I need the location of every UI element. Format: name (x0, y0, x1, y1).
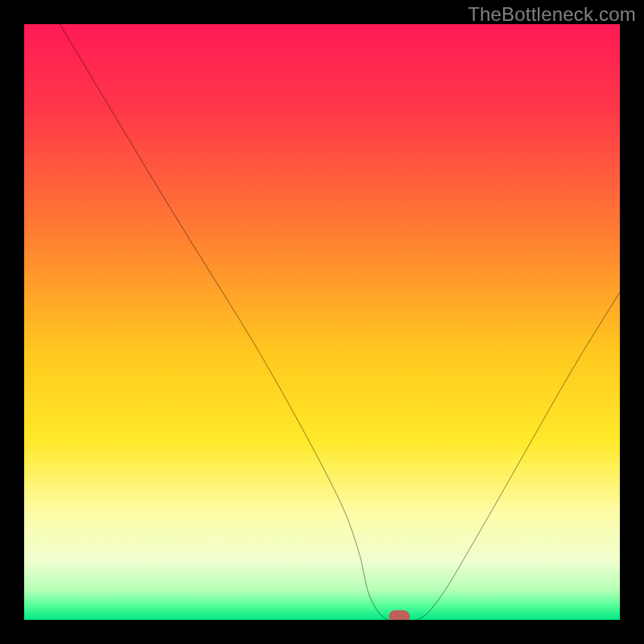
chart-frame: TheBottleneck.com (0, 0, 644, 644)
optimal-point-marker (389, 610, 410, 620)
bottleneck-curve (24, 24, 620, 620)
plot-area (24, 24, 620, 620)
watermark-text: TheBottleneck.com (468, 3, 636, 26)
